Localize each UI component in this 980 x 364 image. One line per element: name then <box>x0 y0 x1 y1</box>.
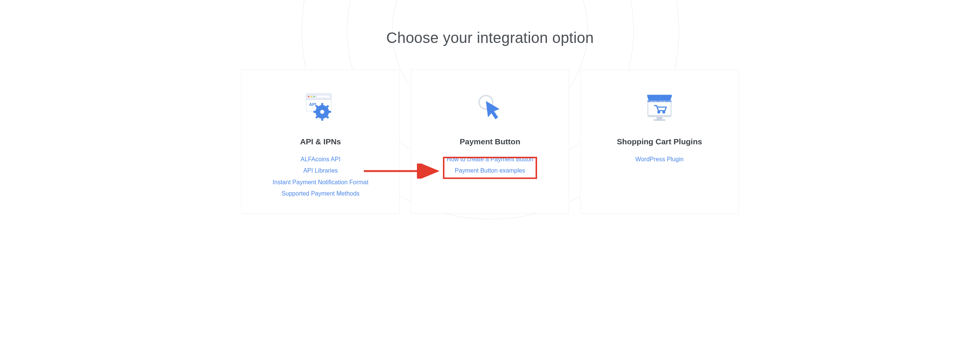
svg-point-1 <box>308 96 309 97</box>
card-shopping-cart-plugins: Shopping Cart Plugins WordPress Plugin <box>581 70 738 214</box>
link-wordpress-plugin[interactable]: WordPress Plugin <box>635 155 684 164</box>
card-api-ipns: API <box>242 70 399 214</box>
card-title: API & IPNs <box>300 137 341 146</box>
svg-rect-21 <box>648 102 671 117</box>
link-payment-button-examples[interactable]: Payment Button examples <box>447 166 533 175</box>
page-title: Choose your integration option <box>207 29 773 46</box>
svg-rect-24 <box>654 120 665 121</box>
svg-point-2 <box>311 96 312 97</box>
shop-cart-monitor-icon <box>641 89 678 127</box>
link-supported-payment-methods[interactable]: Supported Payment Methods <box>273 190 368 198</box>
api-gear-browser-icon: API <box>304 89 337 127</box>
svg-text:API: API <box>309 102 316 107</box>
svg-point-3 <box>313 96 315 97</box>
card-title: Shopping Cart Plugins <box>617 137 702 146</box>
svg-rect-12 <box>328 111 331 113</box>
link-alfacoins-api[interactable]: ALFAcoins API <box>273 155 368 164</box>
svg-point-26 <box>663 111 665 113</box>
card-title: Payment Button <box>460 137 520 146</box>
card-payment-button: Payment Button How to create a Payment B… <box>411 70 569 214</box>
card-links: How to create a Payment Button Payment B… <box>447 155 533 175</box>
svg-point-19 <box>320 110 324 114</box>
cursor-click-icon <box>473 89 507 127</box>
card-links: ALFAcoins API API Libraries Instant Paym… <box>273 155 368 198</box>
link-how-to-create-payment-button[interactable]: How to create a Payment Button <box>447 155 533 164</box>
svg-rect-22 <box>648 115 671 117</box>
link-api-libraries[interactable]: API Libraries <box>273 166 368 175</box>
svg-point-25 <box>658 111 660 113</box>
cards-row: API <box>207 70 773 214</box>
svg-rect-4 <box>317 95 330 98</box>
svg-rect-9 <box>321 103 323 106</box>
page-container: Choose your integration option API <box>200 29 780 214</box>
link-ipn-format[interactable]: Instant Payment Notification Format <box>273 178 368 187</box>
card-links: WordPress Plugin <box>635 155 684 164</box>
svg-rect-10 <box>321 117 323 121</box>
svg-rect-11 <box>313 111 317 113</box>
svg-rect-23 <box>657 117 662 120</box>
